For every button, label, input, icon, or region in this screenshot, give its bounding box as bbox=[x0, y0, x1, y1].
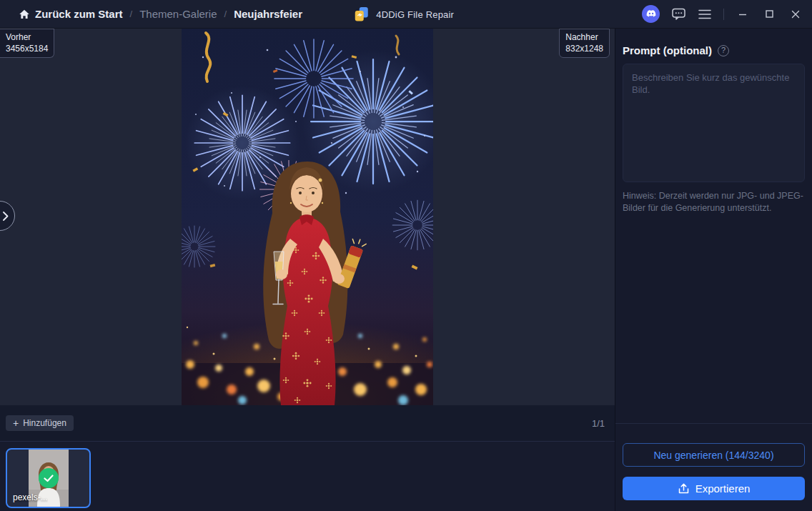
prompt-textarea[interactable] bbox=[623, 64, 805, 182]
after-size: 832x1248 bbox=[565, 43, 603, 54]
before-badge: Vorher 3456x5184 bbox=[0, 29, 54, 58]
before-size: 3456x5184 bbox=[6, 43, 48, 54]
close-icon bbox=[791, 10, 800, 19]
feedback-button[interactable] bbox=[670, 6, 686, 22]
prompt-header: Prompt (optional) ? bbox=[623, 44, 805, 56]
maximize-icon bbox=[766, 10, 773, 18]
app-window: Zurück zum Start / Themen-Galerie / Neuj… bbox=[0, 0, 812, 511]
back-to-start-link[interactable]: Zurück zum Start bbox=[19, 8, 123, 20]
regenerate-button[interactable]: Neu generieren (144/3240) bbox=[623, 443, 805, 467]
image-counter: 1/1 bbox=[592, 418, 605, 429]
breadcrumb-separator: / bbox=[223, 9, 229, 19]
menu-button[interactable] bbox=[697, 6, 713, 22]
prompt-hint: Hinweis: Derzeit werden nur JPG- und JPE… bbox=[623, 190, 805, 214]
maximize-button[interactable] bbox=[761, 6, 777, 22]
after-badge: Nachher 832x1248 bbox=[559, 29, 610, 58]
discord-button[interactable] bbox=[642, 5, 660, 23]
panel-spacer bbox=[623, 214, 805, 423]
title-bar: Zurück zum Start / Themen-Galerie / Neuj… bbox=[0, 0, 812, 29]
add-image-label: Hinzufügen bbox=[23, 418, 66, 428]
discord-icon bbox=[646, 10, 656, 18]
close-button[interactable] bbox=[788, 6, 803, 22]
thumbnail-filename: pexels-... bbox=[13, 492, 48, 502]
prompt-title: Prompt (optional) bbox=[623, 44, 712, 56]
prompt-panel: Prompt (optional) ? Hinweis: Derzeit wer… bbox=[615, 29, 812, 511]
preview-image bbox=[182, 29, 433, 405]
filmstrip-toolbar: + Hinzufügen 1/1 bbox=[0, 405, 615, 441]
minimize-icon bbox=[738, 10, 747, 19]
thumbnail-strip: pexels-... bbox=[0, 441, 615, 511]
breadcrumb-gallery[interactable]: Themen-Galerie bbox=[139, 8, 217, 20]
export-label: Exportieren bbox=[695, 482, 751, 495]
chat-bubble-icon bbox=[672, 8, 685, 20]
chevron-right-icon bbox=[3, 212, 9, 221]
after-label: Nachher bbox=[565, 31, 603, 43]
hamburger-icon bbox=[698, 9, 711, 19]
check-icon bbox=[44, 475, 54, 482]
thumbnail-card[interactable]: pexels-... bbox=[6, 448, 91, 508]
before-label: Vorher bbox=[6, 31, 48, 43]
help-icon[interactable]: ? bbox=[718, 45, 729, 56]
preview-canvas: Vorher 3456x5184 Nachher 832x1248 bbox=[0, 29, 615, 405]
breadcrumb: Zurück zum Start / Themen-Galerie / Neuj… bbox=[19, 8, 302, 20]
selected-check-badge bbox=[39, 468, 59, 488]
export-button[interactable]: Exportieren bbox=[623, 477, 805, 500]
breadcrumb-current: Neujahrsfeier bbox=[234, 8, 302, 20]
preview-area: Vorher 3456x5184 Nachher 832x1248 + Hi bbox=[0, 29, 615, 511]
panel-footer: Neu generieren (144/3240) Exportieren bbox=[615, 423, 812, 511]
home-icon bbox=[19, 9, 30, 20]
breadcrumb-separator: / bbox=[129, 9, 134, 19]
app-title: 4DDiG File Repair bbox=[376, 9, 454, 20]
app-logo-icon bbox=[354, 6, 369, 22]
sidebar-expander-button[interactable] bbox=[0, 201, 15, 231]
minimize-button[interactable] bbox=[735, 6, 751, 22]
window-controls bbox=[642, 5, 803, 23]
controls-divider bbox=[723, 9, 724, 20]
back-label: Zurück zum Start bbox=[35, 8, 123, 20]
plus-icon: + bbox=[13, 418, 19, 428]
export-icon bbox=[678, 483, 690, 495]
add-image-button[interactable]: + Hinzufügen bbox=[6, 415, 74, 431]
app-title-group: 4DDiG File Repair bbox=[354, 0, 454, 29]
